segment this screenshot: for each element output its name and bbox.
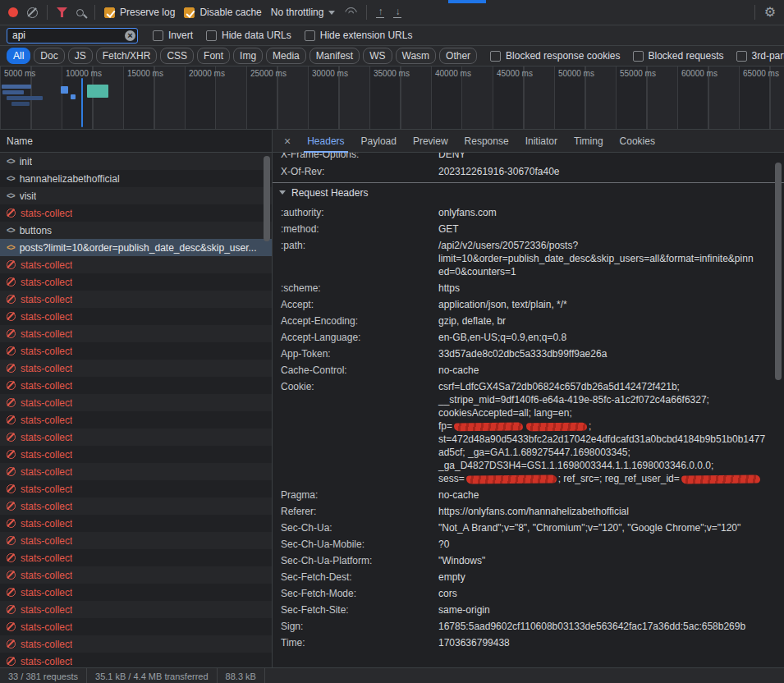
request-row[interactable]: stats-collect: [0, 325, 272, 342]
disable-cache-checkbox[interactable]: Disable cache: [184, 7, 261, 18]
request-row[interactable]: stats-collect: [0, 566, 272, 584]
header-value: https: [438, 282, 769, 295]
preserve-log-checkbox[interactable]: Preserve log: [104, 7, 175, 18]
search-icon[interactable]: [76, 9, 84, 16]
request-type-icon: [7, 226, 15, 235]
request-type-icon: [7, 484, 16, 493]
filter-icon[interactable]: [57, 7, 67, 17]
type-filter-chip[interactable]: Other: [439, 48, 477, 64]
request-row[interactable]: stats-collect: [0, 377, 272, 394]
request-type-icon: [7, 209, 16, 218]
filter-checkbox[interactable]: Hide data URLs: [206, 30, 291, 41]
request-row[interactable]: hannahelizabethofficial: [0, 170, 272, 187]
import-har-icon[interactable]: ↑: [376, 7, 384, 18]
type-filter-chip[interactable]: Manifest: [309, 48, 360, 64]
details-tab[interactable]: Preview: [405, 130, 456, 153]
request-row[interactable]: stats-collect: [0, 497, 272, 515]
type-filter-chip[interactable]: JS: [68, 48, 93, 64]
header-value: 202312261916-30670fa40e: [438, 165, 769, 178]
request-row[interactable]: posts?limit=10&order=publish_date_desc&s…: [0, 239, 272, 256]
request-row[interactable]: stats-collect: [0, 360, 272, 377]
request-row[interactable]: stats-collect: [0, 653, 272, 667]
requests-scrollbar[interactable]: [264, 156, 270, 241]
type-filter-chip[interactable]: Fetch/XHR: [96, 48, 158, 64]
request-row[interactable]: stats-collect: [0, 411, 272, 429]
timeline-label: 55000 ms: [616, 69, 677, 78]
details-tab[interactable]: Payload: [353, 130, 405, 153]
request-name: stats-collect: [21, 415, 72, 426]
request-row[interactable]: stats-collect: [0, 291, 272, 308]
details-tab[interactable]: Timing: [566, 130, 612, 153]
request-row[interactable]: stats-collect: [0, 308, 272, 325]
request-row[interactable]: stats-collect: [0, 618, 272, 635]
request-row[interactable]: stats-collect: [0, 342, 272, 360]
throttling-dropdown[interactable]: No throttling: [271, 7, 336, 18]
request-type-icon: [7, 329, 16, 338]
throttling-value: No throttling: [271, 7, 324, 18]
request-row[interactable]: stats-collect: [0, 204, 272, 222]
close-icon[interactable]: [276, 135, 299, 148]
request-row[interactable]: init: [0, 153, 272, 170]
filter-checkbox[interactable]: Hide extension URLs: [305, 30, 413, 41]
header-row: Cookie: csrf=LdfcGX4Sa72db06824c657db26a…: [273, 378, 784, 487]
request-row[interactable]: stats-collect: [0, 273, 272, 291]
request-headers-section[interactable]: Request Headers: [273, 182, 784, 202]
type-filter-checkbox[interactable]: 3rd-party requests: [736, 50, 784, 62]
header-value: cors: [438, 587, 769, 600]
request-row[interactable]: buttons: [0, 222, 272, 239]
type-filter-chip[interactable]: Img: [233, 48, 263, 64]
type-filter-chip[interactable]: WS: [363, 48, 392, 64]
settings-gear-icon[interactable]: ⚙: [764, 6, 776, 19]
type-filter-checkbox[interactable]: Blocked requests: [633, 50, 724, 62]
details-tab[interactable]: Cookies: [612, 130, 663, 153]
request-row[interactable]: stats-collect: [0, 446, 272, 463]
request-row[interactable]: stats-collect: [0, 601, 272, 618]
record-button[interactable]: [8, 7, 18, 17]
type-filter-chip[interactable]: Font: [197, 48, 230, 64]
header-value: DENY: [438, 153, 769, 161]
request-row[interactable]: stats-collect: [0, 584, 272, 601]
request-name: init: [20, 156, 32, 167]
timeline-overview[interactable]: 5000 ms 10000 ms 15000 ms 20000 ms 25000…: [0, 66, 784, 130]
type-filter-chip[interactable]: CSS: [160, 48, 194, 64]
name-column-header[interactable]: Name: [0, 130, 272, 153]
checkbox-icon: [736, 51, 747, 62]
type-filter-chip[interactable]: Wasm: [396, 48, 437, 64]
details-tab[interactable]: Response: [456, 130, 517, 153]
request-name: stats-collect: [21, 363, 72, 374]
request-row[interactable]: stats-collect: [0, 463, 272, 480]
request-row[interactable]: stats-collect: [0, 480, 272, 497]
details-tab[interactable]: Headers: [299, 130, 352, 153]
checkbox-label: 3rd-party requests: [752, 50, 784, 62]
request-row[interactable]: stats-collect: [0, 549, 272, 566]
request-row[interactable]: stats-collect: [0, 429, 272, 446]
request-type-icon: [7, 450, 16, 459]
request-row[interactable]: stats-collect: [0, 515, 272, 532]
clear-network-log-icon[interactable]: [27, 7, 38, 18]
resources-size: 88.3 kB: [218, 668, 265, 683]
request-row[interactable]: stats-collect: [0, 256, 272, 273]
request-row[interactable]: stats-collect: [0, 394, 272, 411]
request-row[interactable]: stats-collect: [0, 635, 272, 653]
network-conditions-icon[interactable]: [344, 7, 357, 17]
filter-input[interactable]: [7, 28, 138, 44]
request-type-icon: [7, 243, 15, 252]
clear-filter-icon[interactable]: [125, 30, 135, 41]
request-row[interactable]: visit: [0, 187, 272, 204]
type-filter-chip[interactable]: All: [7, 48, 30, 64]
request-row[interactable]: stats-collect: [0, 532, 272, 549]
request-name: stats-collect: [21, 449, 72, 461]
header-value: GET: [438, 222, 769, 236]
header-value: /api2/v2/users/20572336/posts?limit=10&o…: [438, 239, 769, 278]
type-filter-checkbox[interactable]: Blocked response cookies: [490, 50, 620, 62]
type-filter-chip[interactable]: Doc: [34, 48, 64, 64]
type-filter-chip[interactable]: Media: [266, 48, 306, 64]
export-har-icon[interactable]: ↓: [393, 7, 401, 18]
details-scrollbar[interactable]: [775, 163, 782, 380]
request-type-icon: [7, 191, 15, 200]
filter-checkbox[interactable]: Invert: [153, 30, 193, 41]
request-type-icon: [7, 346, 16, 355]
request-name: stats-collect: [21, 259, 72, 271]
details-tab[interactable]: Initiator: [517, 130, 566, 153]
header-name: Accept:: [281, 298, 438, 311]
